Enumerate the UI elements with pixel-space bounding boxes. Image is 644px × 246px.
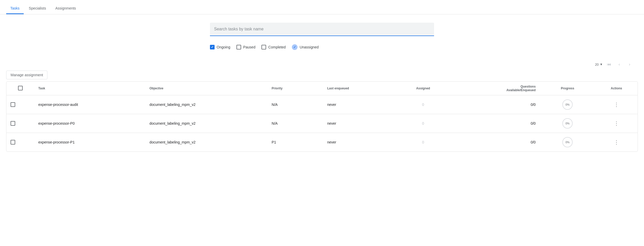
cell-priority-1: N/A <box>268 95 323 114</box>
cell-progress-2: 0% <box>540 114 595 133</box>
actions-menu-button-3[interactable]: ⋮ <box>612 139 621 146</box>
cell-assigned-1: 0 <box>395 95 451 114</box>
col-header-last-enqueued: Last enqueued <box>323 82 395 95</box>
row-checkbox-3[interactable] <box>6 133 34 152</box>
actions-menu-button-1[interactable]: ⋮ <box>612 101 621 108</box>
filter-unassigned-label: Unassigned <box>300 45 319 49</box>
main-content: ✓ Ongoing Paused Completed ✓ Unassigned … <box>0 14 644 160</box>
tasks-table: Task Objective Priority Last enqueued As… <box>6 82 638 151</box>
next-page-button[interactable]: › <box>625 60 634 69</box>
checkbox-paused[interactable] <box>236 45 241 49</box>
cell-task-2: expense-processor-P0 <box>34 114 145 133</box>
select-all-header[interactable] <box>6 82 34 95</box>
first-page-button[interactable]: ⏮ <box>605 60 613 69</box>
table-header-row: Task Objective Priority Last enqueued As… <box>6 82 638 95</box>
row-select-checkbox-1[interactable] <box>11 102 15 107</box>
cell-progress-1: 0% <box>540 95 595 114</box>
col-header-assigned: Assigned <box>395 82 451 95</box>
filter-completed-label: Completed <box>268 45 286 49</box>
filter-completed[interactable]: Completed <box>261 45 286 49</box>
cell-actions-3: ⋮ <box>595 133 638 152</box>
page-size-selector[interactable]: 20 ▼ <box>595 63 603 66</box>
col-header-objective: Objective <box>145 82 267 95</box>
cell-assigned-3: 0 <box>395 133 451 152</box>
cell-objective-3: document_labeling_mpm_v2 <box>145 133 267 152</box>
tab-specialists[interactable]: Specialists <box>25 2 50 14</box>
cell-priority-2: N/A <box>268 114 323 133</box>
checkbox-completed[interactable] <box>261 45 266 49</box>
cell-last-enqueued-3: never <box>323 133 395 152</box>
col-header-questions: Questions Available/Enqueued <box>451 82 540 95</box>
cell-questions-2: 0/0 <box>451 114 540 133</box>
cell-last-enqueued-2: never <box>323 114 395 133</box>
pagination-row: 20 ▼ ⏮ ‹ › <box>6 58 638 71</box>
cell-assigned-2: 0 <box>395 114 451 133</box>
table-container: Task Objective Priority Last enqueued As… <box>6 81 638 152</box>
cell-actions-1: ⋮ <box>595 95 638 114</box>
cell-priority-3: P1 <box>268 133 323 152</box>
row-checkbox-2[interactable] <box>6 114 34 133</box>
filter-ongoing[interactable]: ✓ Ongoing <box>210 45 230 49</box>
checkbox-ongoing[interactable]: ✓ <box>210 45 215 49</box>
cell-objective-2: document_labeling_mpm_v2 <box>145 114 267 133</box>
search-container <box>210 23 434 36</box>
progress-circle-1: 0% <box>562 99 573 110</box>
tab-tasks[interactable]: Tasks <box>6 2 24 14</box>
manage-assignment-button[interactable]: Manage assignment <box>6 71 47 79</box>
col-header-progress: Progress <box>540 82 595 95</box>
col-header-priority: Priority <box>268 82 323 95</box>
filter-ongoing-label: Ongoing <box>217 45 230 49</box>
table-body: expense-processor-audit document_labelin… <box>6 95 638 152</box>
cell-last-enqueued-1: never <box>323 95 395 114</box>
cell-objective-1: document_labeling_mpm_v2 <box>145 95 267 114</box>
cell-task-3: expense-processor-P1 <box>34 133 145 152</box>
filter-paused-label: Paused <box>243 45 255 49</box>
actions-menu-button-2[interactable]: ⋮ <box>612 120 621 127</box>
cell-task-1: expense-processor-audit <box>34 95 145 114</box>
filter-paused[interactable]: Paused <box>236 45 255 49</box>
cell-questions-1: 0/0 <box>451 95 540 114</box>
filter-unassigned[interactable]: ✓ Unassigned <box>292 44 319 50</box>
col-header-actions: Actions <box>595 82 638 95</box>
row-select-checkbox-2[interactable] <box>11 121 15 126</box>
col-header-task: Task <box>34 82 145 95</box>
progress-circle-3: 0% <box>562 137 573 147</box>
prev-page-button[interactable]: ‹ <box>615 60 623 69</box>
page-size-dropdown-icon[interactable]: ▼ <box>600 63 603 66</box>
tab-assignments[interactable]: Assignments <box>51 2 80 14</box>
cell-progress-3: 0% <box>540 133 595 152</box>
table-row: expense-processor-P0 document_labeling_m… <box>6 114 638 133</box>
table-row: expense-processor-P1 document_labeling_m… <box>6 133 638 152</box>
checkbox-unassigned[interactable]: ✓ <box>292 44 298 50</box>
tabs-bar: Tasks Specialists Assignments <box>0 0 644 14</box>
search-input[interactable] <box>210 23 434 36</box>
row-select-checkbox-3[interactable] <box>11 140 15 145</box>
filters-row: ✓ Ongoing Paused Completed ✓ Unassigned <box>210 42 434 52</box>
table-row: expense-processor-audit document_labelin… <box>6 95 638 114</box>
cell-actions-2: ⋮ <box>595 114 638 133</box>
row-checkbox-1[interactable] <box>6 95 34 114</box>
page-size-value: 20 <box>595 63 599 66</box>
select-all-checkbox[interactable] <box>18 86 23 90</box>
cell-questions-3: 0/0 <box>451 133 540 152</box>
progress-circle-2: 0% <box>562 118 573 129</box>
